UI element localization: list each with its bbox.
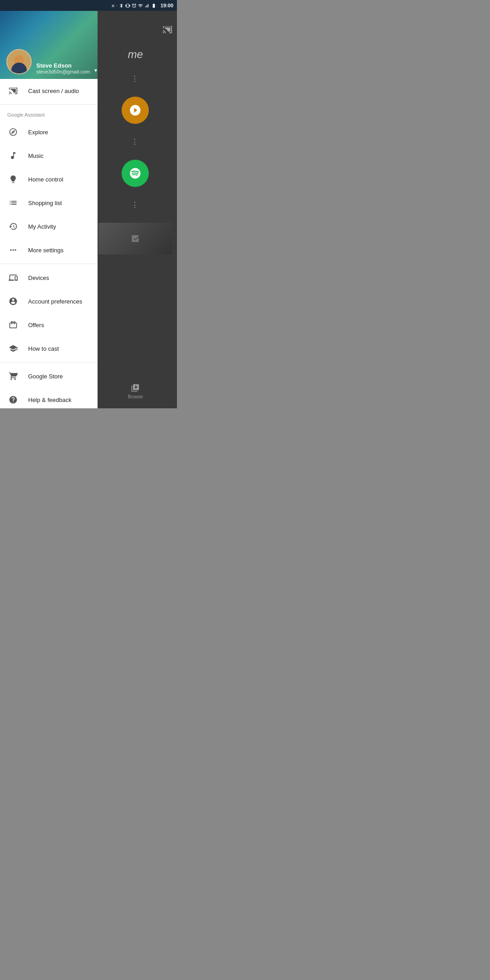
- more-settings-item[interactable]: More settings: [0, 238, 98, 262]
- music-icon: [7, 151, 19, 160]
- devices-item[interactable]: Devices: [0, 266, 98, 289]
- cast-screen-item[interactable]: Cast screen / audio: [0, 79, 98, 103]
- shopping-list-item[interactable]: Shopping list: [0, 191, 98, 215]
- bluetooth-icon: [119, 3, 124, 8]
- music-item[interactable]: Music: [0, 144, 98, 167]
- user-name: Steve Edson: [36, 62, 90, 69]
- offers-label: Offers: [28, 322, 44, 328]
- bg-title: me: [128, 48, 143, 61]
- user-email: steve3d50n@gmail.com: [36, 69, 90, 74]
- my-activity-icon: [7, 222, 19, 231]
- alarm-icon: [132, 3, 137, 8]
- signal-bars-icon: [144, 3, 149, 8]
- devices-label: Devices: [28, 274, 49, 281]
- my-activity-item[interactable]: My Activity: [0, 215, 98, 238]
- google-store-label: Google Store: [28, 373, 63, 380]
- cast-bg-icon: [162, 24, 172, 34]
- cast-screen-label: Cast screen / audio: [28, 88, 79, 94]
- bg-right-panel: me ⋮ ⋮ ⋮ Browse: [94, 11, 177, 408]
- bg-spotify-app: [122, 160, 149, 187]
- bg-dots-menu2: ⋮: [131, 137, 139, 146]
- drawer-header: Steve Edson steve3d50n@gmail.com ▾: [0, 11, 98, 79]
- navigation-drawer: Steve Edson steve3d50n@gmail.com ▾ Cast …: [0, 11, 98, 408]
- how-to-cast-item[interactable]: How to cast: [0, 337, 98, 360]
- how-to-cast-label: How to cast: [28, 345, 59, 352]
- offers-item[interactable]: Offers: [0, 313, 98, 337]
- google-assistant-section-label: Google Assistant: [0, 107, 98, 120]
- how-to-cast-icon: [7, 344, 19, 353]
- my-activity-label: My Activity: [28, 223, 56, 230]
- account-preferences-item[interactable]: Account preferences: [0, 289, 98, 313]
- account-preferences-icon: [7, 297, 19, 306]
- help-feedback-icon: [7, 395, 19, 404]
- shopping-list-icon: [7, 198, 19, 207]
- google-store-icon: [7, 372, 19, 381]
- account-preferences-label: Account preferences: [28, 298, 82, 305]
- divider-2: [0, 264, 98, 264]
- more-settings-icon: [7, 245, 19, 255]
- home-control-label: Home control: [28, 176, 63, 183]
- user-info: Steve Edson steve3d50n@gmail.com: [36, 62, 90, 74]
- explore-icon: [7, 127, 19, 137]
- signal-icon: [138, 3, 143, 8]
- bg-music-app: [122, 97, 149, 124]
- offers-icon: [7, 320, 19, 329]
- bg-dots-menu3: ⋮: [131, 201, 139, 209]
- divider-1: [0, 104, 98, 105]
- google-store-item[interactable]: Google Store: [0, 364, 98, 388]
- home-control-item[interactable]: Home control: [0, 167, 98, 191]
- music-label: Music: [28, 152, 44, 159]
- more-settings-label: More settings: [28, 247, 64, 254]
- help-feedback-item[interactable]: Help & feedback: [0, 388, 98, 408]
- bluetooth-icon: ⨯: [111, 3, 115, 8]
- bg-thumbnail: [98, 223, 172, 255]
- battery-icon: [151, 3, 157, 8]
- cast-icon: [7, 86, 19, 95]
- status-bar: ⨯ ⋅ 19:00: [0, 0, 177, 11]
- help-feedback-label: Help & feedback: [28, 397, 71, 403]
- explore-item[interactable]: Explore: [0, 120, 98, 144]
- bluetooth-icon2: ⋅: [116, 3, 118, 8]
- bg-browse: Browse: [128, 383, 143, 399]
- time-display: 19:00: [161, 3, 173, 8]
- vibrate-icon: [125, 3, 130, 8]
- divider-3: [0, 362, 98, 363]
- bg-dots-menu: ⋮: [131, 74, 139, 83]
- avatar: [6, 49, 32, 74]
- home-control-icon: [7, 175, 19, 184]
- account-dropdown-arrow[interactable]: ▾: [94, 67, 97, 74]
- shopping-list-label: Shopping list: [28, 200, 62, 206]
- explore-label: Explore: [28, 129, 48, 136]
- devices-icon: [7, 273, 19, 282]
